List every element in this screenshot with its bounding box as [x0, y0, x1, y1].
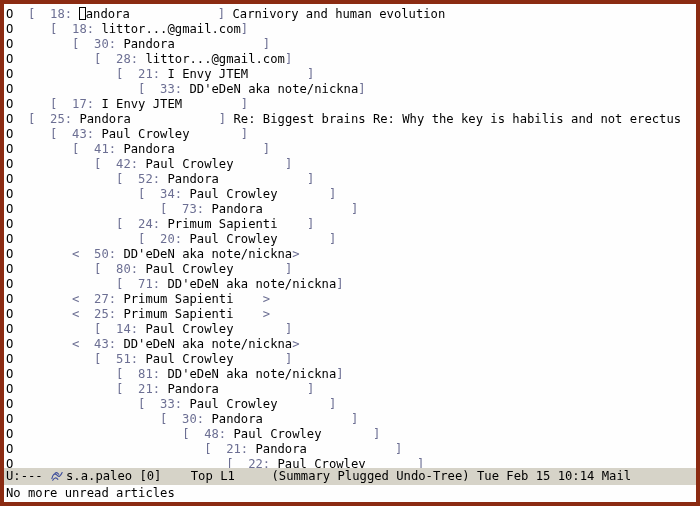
bracket-open: [ 42: — [94, 157, 145, 171]
bracket-open: [ 41: — [72, 142, 123, 156]
modeline-time: Tue Feb 15 10:14 — [477, 469, 594, 483]
summary-line[interactable]: O [ 18: littor...@gmail.com] — [6, 22, 694, 37]
summary-line[interactable]: O < 25: Primum Sapienti > — [6, 307, 694, 322]
summary-line[interactable]: O [ 17: I Envy JTEM ] — [6, 97, 694, 112]
summary-line[interactable]: O [ 52: Pandora ] — [6, 172, 694, 187]
summary-line[interactable]: O [ 33: DD'eDeN aka note/nickna] — [6, 82, 694, 97]
summary-line[interactable]: O [ 71: DD'eDeN aka note/nickna] — [6, 277, 694, 292]
summary-line[interactable]: O [ 42: Paul Crowley ] — [6, 157, 694, 172]
article-author: Paul Crowley — [145, 157, 284, 171]
summary-line[interactable]: O [ 30: Pandora ] — [6, 412, 694, 427]
thread-subject: Re: Biggest brains Re: Why the key is ha… — [234, 112, 682, 126]
article-author: DD'eDeN aka note/nickna — [123, 337, 292, 351]
summary-line[interactable]: O < 50: DD'eDeN aka note/nickna> — [6, 247, 694, 262]
bracket-open: [ 17: — [50, 97, 101, 111]
bracket-close: ] — [307, 382, 314, 396]
summary-line[interactable]: O < 43: DD'eDeN aka note/nickna> — [6, 337, 694, 352]
bracket-close: ] — [285, 262, 292, 276]
bracket-close: ] — [263, 142, 270, 156]
bracket-open: [ 52: — [116, 172, 167, 186]
summary-line[interactable]: O [ 22: Paul Crowley ] — [6, 457, 694, 468]
bracket-open: [ 24: — [116, 217, 167, 231]
bracket-open: [ 81: — [116, 367, 167, 381]
article-author: DD'eDeN aka note/nickna — [167, 367, 336, 381]
article-author: Pandora — [167, 382, 306, 396]
article-author: Paul Crowley — [189, 232, 328, 246]
bracket-close: ] — [417, 457, 424, 468]
summary-line[interactable]: O [ 24: Primum Sapienti ] — [6, 217, 694, 232]
thread-subject: Carnivory and human evolution — [232, 7, 445, 21]
point-cursor — [79, 7, 86, 20]
summary-line[interactable]: O [ 20: Paul Crowley ] — [6, 232, 694, 247]
modeline-status: U:--- — [6, 469, 50, 483]
summary-line[interactable]: O [ 81: DD'eDeN aka note/nickna] — [6, 367, 694, 382]
article-author: Pandora — [123, 37, 262, 51]
modeline-buffer-name: s.a.paleo [0] — [66, 469, 161, 483]
summary-line[interactable]: O [ 21: Pandora ] — [6, 442, 694, 457]
bracket-close: ] — [263, 37, 270, 51]
bracket-close: > — [263, 292, 270, 306]
minibuffer[interactable]: No more unread articles — [4, 485, 696, 502]
bracket-close: ] — [307, 217, 314, 231]
summary-line[interactable]: O [ 21: Pandora ] — [6, 382, 694, 397]
article-author: Pandora — [79, 112, 218, 126]
bracket-close: ] — [285, 52, 292, 66]
summary-line[interactable]: O [ 51: Paul Crowley ] — [6, 352, 694, 367]
article-author: I Envy JTEM — [167, 67, 306, 81]
modeline-major-mode: Mail — [602, 469, 631, 483]
bracket-close: ] — [336, 277, 343, 291]
bracket-close: ] — [241, 22, 248, 36]
bracket-open: [ 21: — [116, 382, 167, 396]
bracket-open: [ 30: — [72, 37, 123, 51]
bracket-close: ] — [307, 172, 314, 186]
bracket-close: ] — [218, 7, 225, 21]
summary-line[interactable]: O [ 33: Paul Crowley ] — [6, 397, 694, 412]
bracket-open: [ 51: — [94, 352, 145, 366]
article-author: DD'eDeN aka note/nickna — [123, 247, 292, 261]
bracket-close: ] — [241, 97, 248, 111]
bracket-open: [ 30: — [160, 412, 211, 426]
bracket-open: [ 71: — [116, 277, 167, 291]
echo-message: No more unread articles — [6, 486, 175, 500]
bracket-open: [ 14: — [94, 322, 145, 336]
bracket-close: > — [263, 307, 270, 321]
summary-line[interactable]: O [ 80: Paul Crowley ] — [6, 262, 694, 277]
bracket-open: [ 80: — [94, 262, 145, 276]
bracket-close: ] — [351, 412, 358, 426]
summary-line[interactable]: O [ 34: Paul Crowley ] — [6, 187, 694, 202]
gnus-icon — [50, 470, 64, 482]
article-author: andora — [79, 7, 217, 21]
bracket-open: [ 20: — [138, 232, 189, 246]
summary-line[interactable]: O [ 14: Paul Crowley ] — [6, 322, 694, 337]
article-author: Pandora — [167, 172, 306, 186]
summary-line[interactable]: O [ 73: Pandora ] — [6, 202, 694, 217]
bracket-open: [ 25: — [28, 112, 79, 126]
summary-line[interactable]: O [ 28: littor...@gmail.com] — [6, 52, 694, 67]
article-author: Pandora — [123, 142, 262, 156]
article-author: Paul Crowley — [189, 397, 328, 411]
bracket-close: ] — [219, 112, 226, 126]
bracket-close: ] — [336, 367, 343, 381]
summary-line[interactable]: O [ 41: Pandora ] — [6, 142, 694, 157]
summary-line[interactable]: O < 27: Primum Sapienti > — [6, 292, 694, 307]
gnus-summary-buffer[interactable]: O [ 18: andora ] Carnivory and human evo… — [4, 4, 696, 468]
summary-line[interactable]: O [ 48: Paul Crowley ] — [6, 427, 694, 442]
article-author: Paul Crowley — [145, 322, 284, 336]
article-author: Primum Sapienti — [167, 217, 306, 231]
bracket-open: < 43: — [72, 337, 123, 351]
bracket-open: < 25: — [72, 307, 123, 321]
summary-line[interactable]: O [ 18: andora ] Carnivory and human evo… — [6, 7, 694, 22]
bracket-close: ] — [351, 202, 358, 216]
bracket-close: ] — [285, 322, 292, 336]
bracket-close: ] — [329, 232, 336, 246]
bracket-close: > — [292, 247, 299, 261]
summary-line[interactable]: O [ 21: I Envy JTEM ] — [6, 67, 694, 82]
summary-line[interactable]: O [ 30: Pandora ] — [6, 37, 694, 52]
summary-line[interactable]: O [ 25: Pandora ] Re: Biggest brains Re:… — [6, 112, 694, 127]
bracket-open: < 50: — [72, 247, 123, 261]
summary-line[interactable]: O [ 43: Paul Crowley ] — [6, 127, 694, 142]
article-author: I Envy JTEM — [101, 97, 240, 111]
bracket-open: [ 73: — [160, 202, 211, 216]
bracket-close: ] — [395, 442, 402, 456]
article-author: DD'eDeN aka note/nickna — [167, 277, 336, 291]
